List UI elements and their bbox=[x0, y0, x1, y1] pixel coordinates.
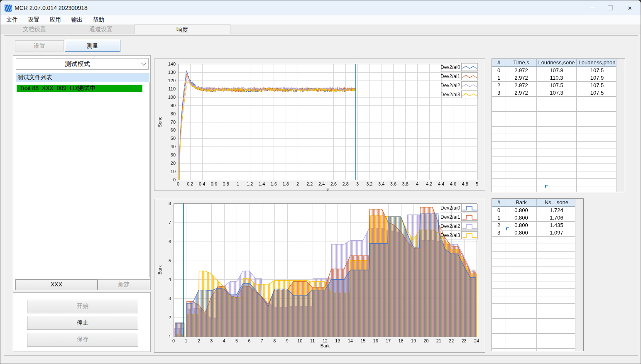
table-cell[interactable] bbox=[537, 311, 577, 319]
table-row[interactable]: 20.8001.435 bbox=[492, 222, 577, 229]
table-cell[interactable] bbox=[506, 341, 537, 349]
table-cell[interactable] bbox=[577, 97, 618, 104]
table-cell[interactable] bbox=[506, 319, 537, 326]
table-row[interactable] bbox=[492, 134, 618, 142]
table-row[interactable] bbox=[492, 104, 618, 112]
table-cell[interactable] bbox=[537, 186, 577, 192]
table-row[interactable] bbox=[492, 127, 618, 134]
table-cell[interactable]: 0.800 bbox=[506, 222, 537, 229]
table-cell[interactable] bbox=[492, 134, 506, 142]
specific-loudness-chart[interactable] bbox=[154, 199, 485, 352]
table-cell[interactable]: 1 bbox=[492, 214, 506, 222]
table-cell[interactable] bbox=[577, 127, 618, 134]
legend-entry[interactable]: Dev2/ai1 bbox=[440, 213, 478, 222]
table-cell[interactable]: 2 bbox=[492, 222, 506, 229]
table-cell[interactable]: 2.972 bbox=[506, 89, 537, 97]
table-cell[interactable] bbox=[506, 127, 537, 134]
table-cell[interactable] bbox=[492, 171, 506, 179]
table-row[interactable] bbox=[492, 304, 577, 311]
table-cell[interactable] bbox=[537, 179, 577, 186]
table-cell[interactable] bbox=[537, 244, 577, 252]
table-cell[interactable] bbox=[537, 319, 577, 326]
table-cell[interactable]: 107.9 bbox=[577, 74, 618, 82]
table-cell[interactable] bbox=[537, 326, 577, 334]
table-cell[interactable]: 1.435 bbox=[537, 222, 577, 229]
table-cell[interactable] bbox=[506, 237, 537, 244]
table-cell[interactable] bbox=[492, 127, 506, 134]
table-cell[interactable] bbox=[506, 296, 537, 304]
stop-button[interactable]: 停止 bbox=[27, 316, 138, 330]
table-cell[interactable] bbox=[577, 156, 618, 164]
loudness-time-chart[interactable] bbox=[154, 59, 485, 191]
table-row[interactable] bbox=[492, 171, 618, 179]
table-cell[interactable]: 2.972 bbox=[506, 82, 537, 89]
table-cell[interactable] bbox=[537, 296, 577, 304]
table-cell[interactable] bbox=[492, 164, 506, 171]
table-cell[interactable] bbox=[492, 274, 506, 281]
table-cell[interactable] bbox=[537, 127, 577, 134]
table-row[interactable] bbox=[492, 179, 618, 186]
table-cell[interactable]: 1.724 bbox=[537, 207, 577, 214]
table-cell[interactable] bbox=[506, 326, 537, 334]
table-cell[interactable] bbox=[492, 334, 506, 341]
table-cell[interactable] bbox=[577, 112, 618, 119]
table-cell[interactable] bbox=[577, 179, 618, 186]
table-cell[interactable] bbox=[506, 244, 537, 252]
table-cell[interactable] bbox=[537, 171, 577, 179]
legend-entry[interactable]: Dev2/ai3 bbox=[440, 90, 478, 99]
table-cell[interactable]: 0.800 bbox=[506, 214, 537, 222]
table-cell[interactable] bbox=[537, 334, 577, 341]
close-button[interactable]: × bbox=[619, 0, 640, 15]
table-cell[interactable] bbox=[537, 281, 577, 289]
table-cell[interactable] bbox=[492, 186, 506, 192]
table-cell[interactable] bbox=[506, 334, 537, 341]
test-file-listbox[interactable]: Test 88_XXX_009_LDN 测试中 bbox=[16, 82, 149, 277]
table-row[interactable] bbox=[492, 326, 577, 334]
table-cell[interactable] bbox=[577, 186, 618, 192]
table-row[interactable] bbox=[492, 244, 577, 252]
legend-entry[interactable]: Dev2/ai3 bbox=[440, 231, 478, 240]
table-cell[interactable]: 0.800 bbox=[506, 229, 537, 237]
table-cell[interactable] bbox=[537, 149, 577, 156]
table-row[interactable]: 10.8001.706 bbox=[492, 214, 577, 222]
table-cell[interactable] bbox=[577, 142, 618, 149]
table-cell[interactable] bbox=[506, 156, 537, 164]
table-cell[interactable] bbox=[506, 252, 537, 259]
table-row[interactable]: 00.8001.724 bbox=[492, 207, 577, 214]
table-row[interactable] bbox=[492, 97, 618, 104]
table-cell[interactable] bbox=[577, 164, 618, 171]
table-row[interactable]: 02.972107.8107.5 bbox=[492, 67, 618, 74]
table-row[interactable] bbox=[492, 296, 577, 304]
table-cell[interactable] bbox=[577, 149, 618, 156]
table-row[interactable]: 30.8001.097 bbox=[492, 229, 577, 237]
table-cell[interactable] bbox=[537, 289, 577, 296]
list-item-selected[interactable]: Test 88_XXX_009_LDN 测试中 bbox=[17, 85, 142, 92]
table-cell[interactable] bbox=[492, 259, 506, 266]
menu-output[interactable]: 输出 bbox=[69, 16, 84, 24]
table-cell[interactable] bbox=[506, 259, 537, 266]
table-cell[interactable] bbox=[537, 164, 577, 171]
table-row[interactable]: 12.972110.3107.9 bbox=[492, 74, 618, 82]
table-cell[interactable]: 107.5 bbox=[577, 82, 618, 89]
table-row[interactable] bbox=[492, 186, 618, 192]
table-row[interactable] bbox=[492, 252, 577, 259]
table-cell[interactable] bbox=[492, 179, 506, 186]
table-cell[interactable]: 2.972 bbox=[506, 74, 537, 82]
maximize-button[interactable] bbox=[601, 0, 619, 15]
table-cell[interactable] bbox=[506, 304, 537, 311]
legend-entry[interactable]: Dev2/ai2 bbox=[440, 222, 478, 231]
table-row[interactable] bbox=[492, 112, 618, 119]
table-cell[interactable] bbox=[537, 252, 577, 259]
table-cell[interactable] bbox=[577, 104, 618, 112]
subtab-measure[interactable]: 测量 bbox=[65, 40, 120, 52]
table-cell[interactable]: 1.706 bbox=[537, 214, 577, 222]
table-cell[interactable] bbox=[506, 311, 537, 319]
table-cell[interactable]: 0 bbox=[492, 207, 506, 214]
table-cell[interactable] bbox=[492, 289, 506, 296]
table-cell[interactable] bbox=[506, 134, 537, 142]
table-cell[interactable] bbox=[492, 112, 506, 119]
bark-table-panel[interactable]: #BarkNs，sone00.8001.72410.8001.70620.800… bbox=[492, 198, 584, 351]
table-cell[interactable] bbox=[537, 274, 577, 281]
table-cell[interactable] bbox=[492, 304, 506, 311]
table-cell[interactable] bbox=[492, 237, 506, 244]
